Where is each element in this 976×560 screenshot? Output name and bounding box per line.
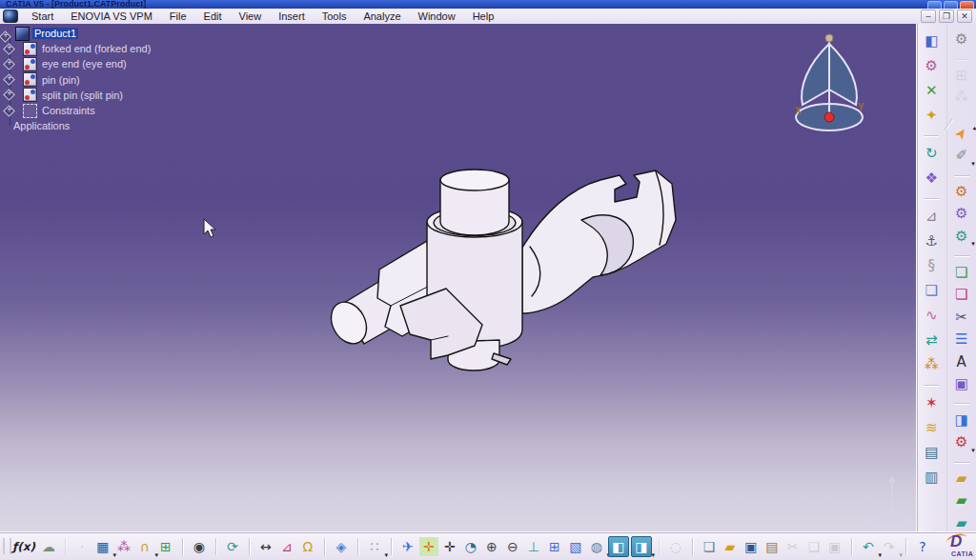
quad-view-icon[interactable]: ⊞ (545, 537, 564, 556)
tree-node-pin[interactable]: pin (pin) (2, 72, 221, 88)
rules-check-icon[interactable]: ⊞ (156, 537, 175, 556)
explode-icon[interactable]: ✶ (922, 393, 941, 412)
bom-list-icon[interactable]: ☰ (952, 331, 971, 349)
lock-icon[interactable]: ∩ (135, 537, 154, 556)
menu-insert[interactable]: Insert (270, 10, 314, 23)
3d-compass[interactable]: X Y (787, 29, 873, 135)
tree-node-eye-end[interactable]: eye end (eye end) (2, 56, 221, 71)
catalog-teal-icon[interactable]: ▰ (952, 515, 971, 532)
attach-clip-icon[interactable]: § (922, 256, 941, 275)
tree-node-split-pin[interactable]: split pin (split pin) (2, 88, 221, 103)
tree-expander-icon[interactable] (3, 43, 15, 55)
formula-icon[interactable]: ƒ(x) (10, 537, 37, 556)
gear-purple-icon[interactable]: ⚙ (952, 206, 971, 223)
smart-move-icon[interactable]: ✦ (922, 106, 941, 125)
tree-node-applications[interactable]: Applications (2, 118, 221, 133)
gear-orange-icon[interactable]: ⚙ (952, 184, 971, 201)
new-product-icon[interactable]: ❏ (952, 287, 971, 304)
clash-icon[interactable]: ≋ (922, 418, 941, 437)
grid-dots-icon[interactable]: ∷ (365, 537, 384, 556)
mechanism-gears-icon[interactable]: ⚙ (922, 56, 941, 75)
hide-show-icon[interactable]: ◌ (666, 537, 685, 556)
standard-gears-icon[interactable]: ⚙ (952, 31, 971, 49)
select-tool-icon[interactable]: ✐ (952, 148, 971, 165)
normal-view-icon[interactable]: ⊥ (524, 537, 543, 556)
rotate-view-icon[interactable]: ◔ (461, 537, 480, 556)
undo-icon[interactable]: ↶ (859, 537, 878, 556)
fit-all-in-icon[interactable]: ✛ (419, 537, 438, 556)
redo-icon[interactable]: ↷ (880, 537, 899, 556)
3d-viewport[interactable]: Product1 forked end (forked end) eye end… (0, 24, 917, 531)
mdi-minimize-button[interactable]: – (921, 10, 936, 23)
tree-expander-icon[interactable] (3, 73, 15, 86)
menu-help[interactable]: Help (464, 10, 503, 23)
iso-view-icon[interactable]: ▧ (566, 537, 585, 556)
menu-file[interactable]: File (161, 10, 195, 23)
shaded-view-icon[interactable]: ◨ (631, 536, 652, 557)
menu-tools[interactable]: Tools (314, 10, 356, 23)
open-document-icon[interactable]: ▰ (721, 537, 740, 556)
menu-start[interactable]: Start (23, 10, 62, 23)
menu-view[interactable]: View (231, 10, 271, 23)
update-assembly-icon[interactable]: ◧ (922, 31, 941, 50)
render-style-icon[interactable]: ◍ (587, 537, 606, 556)
mini-tool-icon[interactable]: · (72, 537, 92, 556)
structure-graph-icon[interactable]: ⁂ (114, 537, 133, 556)
tree-expander-icon[interactable] (3, 105, 15, 117)
move-rotate-icon[interactable]: ↻ (922, 144, 941, 163)
multi-instantiation-icon[interactable]: ▣ (952, 376, 971, 393)
mdi-restore-button[interactable]: ❐ (939, 10, 954, 23)
gear-h-icon[interactable]: ⚙ (952, 434, 971, 451)
shaded-edges-icon[interactable]: ◧ (608, 536, 629, 557)
manipulate-icon[interactable]: ❖ (922, 169, 941, 188)
gear-teal-icon[interactable]: ⚙ (952, 229, 971, 246)
measure-between-icon[interactable]: ↔ (256, 537, 275, 556)
new-document-icon[interactable]: ❏ (700, 537, 719, 556)
mass-properties-icon[interactable]: Ω (298, 537, 317, 556)
pan-icon[interactable]: ✛ (440, 537, 459, 556)
snap-angle-icon[interactable]: ⊿ (922, 207, 941, 226)
zoom-out-icon[interactable]: ⊖ (503, 537, 522, 556)
camera-capture-icon[interactable]: ◉ (190, 537, 209, 556)
section-shape-icon[interactable]: ◈ (332, 537, 351, 556)
fix-anchor-icon[interactable]: ⚓ (922, 231, 941, 250)
app-icon[interactable] (3, 10, 18, 23)
menu-window[interactable]: Window (410, 10, 464, 23)
zoom-in-icon[interactable]: ⊕ (482, 537, 501, 556)
cut-icon[interactable]: ✂ (783, 537, 803, 556)
menu-enovia-vs-vpm[interactable]: ENOVIA VS VPM (62, 10, 161, 23)
generate-numbering-icon[interactable]: ⁂ (922, 355, 941, 374)
quick-constraint-icon[interactable]: ❏ (922, 281, 941, 300)
snap-nodes-icon[interactable]: ✕ (922, 81, 941, 100)
knowledge-comment-icon[interactable]: ☁ (39, 537, 58, 556)
tree-expander-icon[interactable] (3, 89, 15, 101)
mdi-close-button[interactable]: ✕ (957, 10, 972, 23)
bom-table-icon[interactable]: ▤ (922, 443, 941, 462)
tree-node-forked-end[interactable]: forked end (forked end) (2, 41, 221, 56)
whats-this-icon[interactable]: ? (913, 537, 932, 556)
close-button[interactable] (960, 1, 974, 9)
print-icon[interactable]: ▤ (762, 537, 782, 556)
minimize-button[interactable] (927, 1, 942, 9)
fly-mode-icon[interactable]: ✈ (398, 537, 417, 556)
catalog-gold-icon[interactable]: ▰ (952, 470, 971, 488)
maximize-button[interactable] (944, 1, 958, 9)
tree-expander-icon[interactable] (3, 58, 15, 70)
menu-edit[interactable]: Edit (195, 10, 231, 23)
select-arrow-icon[interactable]: ➤ (949, 121, 974, 146)
save-icon[interactable]: ▣ (742, 537, 761, 556)
text-frame-icon[interactable]: A (952, 353, 971, 370)
catalog-browser-icon[interactable]: ⊞ (952, 68, 971, 85)
menu-analyze[interactable]: Analyze (355, 10, 409, 23)
new-component-icon[interactable]: ❏ (952, 264, 971, 281)
copy-icon[interactable]: ❏ (804, 537, 824, 556)
paste-icon[interactable]: ▣ (825, 537, 844, 556)
turntable-icon[interactable]: ⟳ (223, 537, 242, 556)
graph-tree-icon[interactable]: ⁂ (952, 90, 971, 107)
measure-item-icon[interactable]: ⊿ (277, 537, 296, 556)
design-table-icon[interactable]: ▦ (93, 537, 112, 556)
tree-node-constraints[interactable]: Constraints (2, 103, 221, 118)
monitor-part-icon[interactable]: ◨ (952, 411, 971, 429)
cut-assembly-icon[interactable]: ✂ (952, 309, 971, 326)
catalog-green-icon[interactable]: ▰ (952, 492, 971, 510)
